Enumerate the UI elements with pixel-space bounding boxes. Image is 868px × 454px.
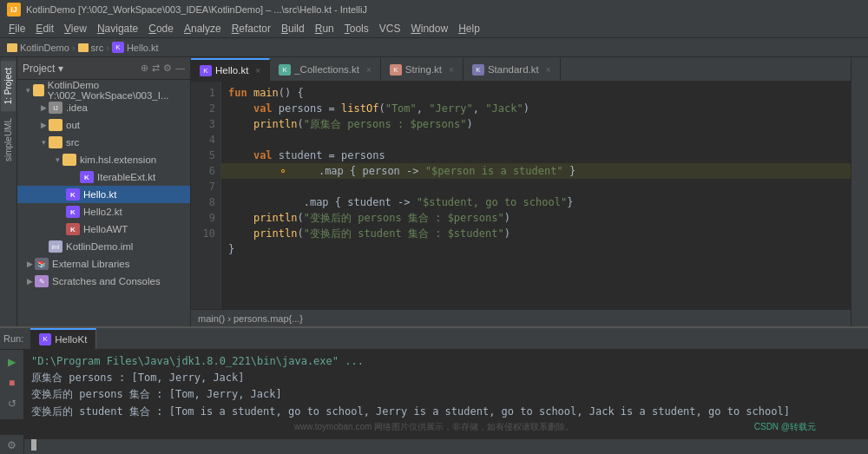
folder-icon: [7, 43, 17, 52]
tab-close-standard[interactable]: ×: [546, 65, 551, 75]
tab-label: Hello.kt: [215, 65, 248, 76]
tree-item-extlibs[interactable]: ▶ 📚 External Libraries: [17, 255, 190, 273]
menu-help[interactable]: Help: [453, 21, 485, 36]
tree-icon-kotlin: K: [80, 171, 94, 183]
menu-view[interactable]: View: [59, 21, 92, 36]
tree-label: Scratches and Consoles: [52, 276, 161, 286]
settings-button[interactable]: ⚙: [3, 437, 21, 454]
tree-item-idea[interactable]: ▶ IJ .idea: [17, 99, 190, 116]
left-sidebar-tabs: 1: Project simpleUML: [0, 57, 17, 326]
menu-refactor[interactable]: Refactor: [227, 21, 276, 36]
console-output: "D:\Program Files\Java\jdk1.8.0_221\bin\…: [24, 350, 868, 454]
console-line-cmd: "D:\Program Files\Java\jdk1.8.0_221\bin\…: [31, 353, 861, 370]
menu-vcs[interactable]: VCS: [374, 21, 406, 36]
bottom-tabs: Run: K HelloKt: [0, 328, 868, 350]
scroll-down-button[interactable]: ↓: [3, 416, 21, 433]
editor-area: K Hello.kt × K _Collections.kt × K Strin…: [191, 57, 851, 326]
breadcrumb-sep2: ›: [106, 43, 109, 53]
bottom-tab-hellokт[interactable]: K HelloKt: [30, 328, 96, 349]
project-icon-sync[interactable]: ⇄: [152, 63, 160, 74]
menu-run[interactable]: Run: [310, 21, 339, 36]
editor-tab-standard[interactable]: K Standard.kt ×: [464, 58, 561, 81]
tree-item-hello[interactable]: K Hello.kt: [17, 186, 190, 203]
tab-icon-collections: K: [279, 64, 291, 76]
project-panel: Project ▾ ⊕ ⇄ ⚙ — ▾ KotlinDemo Y:\002_Wo…: [17, 57, 191, 326]
tree-item-kotlindemo[interactable]: ▾ KotlinDemo Y:\002_WorkSpace\003_I...: [17, 82, 190, 99]
tree-icon-kotlin: K: [66, 206, 80, 218]
rerun-button[interactable]: ↺: [3, 395, 21, 412]
breadcrumb-item-src[interactable]: src: [78, 43, 104, 53]
project-icon-gear[interactable]: ⚙: [163, 63, 172, 74]
breadcrumb-file: Hello.kt: [127, 43, 159, 53]
menu-edit[interactable]: Edit: [30, 21, 59, 36]
stop-button[interactable]: ■: [3, 374, 21, 391]
console-line-2: 变换后的 persons 集合 : [Tom, Jerry, Jack]: [31, 386, 861, 403]
project-icon-add[interactable]: ⊕: [141, 63, 148, 74]
breadcrumb-item-file[interactable]: K Hello.kt: [112, 42, 159, 53]
tree-label: Hello2.kt: [83, 207, 122, 217]
bottom-sidebar: ▶ ■ ↺ ↓ ⚙ ✕: [0, 350, 24, 454]
tree-label: src: [66, 137, 79, 148]
tree-item-out[interactable]: ▶ out: [17, 116, 190, 134]
tab-close-hello[interactable]: ×: [255, 66, 260, 76]
console-line-1: 原集合 persons : [Tom, Jerry, Jack]: [31, 370, 861, 386]
tree-item-src[interactable]: ▾ src: [17, 134, 190, 151]
tree-item-iterableext[interactable]: K IterableExt.kt: [17, 168, 190, 186]
tree-arrow: ▾: [52, 155, 62, 164]
tab-icon-string: K: [390, 64, 402, 76]
menu-code[interactable]: Code: [143, 21, 179, 36]
tree-arrow: ▶: [38, 103, 49, 112]
tab-close-string[interactable]: ×: [449, 65, 454, 75]
tree-item-hello2[interactable]: K Hello2.kt: [17, 203, 190, 220]
tree-label: KotlinDemo.iml: [66, 241, 133, 252]
tree-icon-folder: [33, 84, 44, 96]
menubar: File Edit View Navigate Code Analyze Ref…: [0, 19, 868, 38]
tree-icon-folder: [62, 154, 76, 166]
menu-build[interactable]: Build: [276, 21, 310, 36]
tree-item-helloawt[interactable]: K HelloAWT: [17, 220, 190, 238]
run-button[interactable]: ▶: [3, 353, 21, 371]
tab-label: String.kt: [405, 64, 442, 75]
menu-navigate[interactable]: Navigate: [92, 21, 143, 36]
tab-close-collections[interactable]: ×: [366, 65, 372, 75]
tree-icon-iml: iml: [49, 240, 62, 253]
breadcrumb-item-project[interactable]: KotlinDemo: [7, 43, 69, 53]
run-label: Run:: [3, 333, 23, 344]
menu-window[interactable]: Window: [405, 21, 453, 36]
tab-label: Standard.kt: [488, 64, 539, 75]
sidebar-tab-simpleuml[interactable]: simpleUML: [1, 111, 16, 168]
console-line-exit: Process finished with exit code 0: [31, 420, 861, 437]
project-icon-minimize[interactable]: —: [175, 63, 185, 74]
tree-item-extension[interactable]: ▾ kim.hsl.extension: [17, 151, 190, 168]
right-sidebar-tabs: [851, 57, 868, 326]
tab-label: _Collections.kt: [294, 64, 359, 75]
app-icon: IJ: [7, 3, 21, 16]
console-cursor-line: [31, 437, 861, 453]
tree-arrow: ▶: [38, 121, 49, 129]
breadcrumb-bar: KotlinDemo › src › K Hello.kt: [0, 38, 868, 57]
project-panel-title: Project ▾: [23, 63, 141, 75]
menu-analyze[interactable]: Analyze: [179, 21, 227, 36]
tree-icon-folder: [49, 136, 62, 148]
menu-file[interactable]: File: [3, 21, 30, 36]
tree-item-scratches[interactable]: ▶ ✎ Scratches and Consoles: [17, 273, 190, 290]
breadcrumb-src: src: [91, 43, 104, 53]
project-panel-icons: ⊕ ⇄ ⚙ —: [141, 63, 185, 74]
tree-icon-folder: [49, 119, 62, 131]
bottom-panel: Run: K HelloKt ▶ ■ ↺ ↓ ⚙ ✕ "D:\Program F…: [0, 326, 868, 439]
console-line-3: 变换后的 student 集合 : [Tom is a student, go …: [31, 404, 861, 420]
tree-icon-idea: IJ: [49, 102, 62, 114]
tree-icon-extlib: 📚: [35, 258, 49, 270]
tree-icon-scratch: ✎: [35, 275, 49, 287]
editor-tab-collections[interactable]: K _Collections.kt ×: [270, 58, 381, 81]
tree-item-iml[interactable]: iml KotlinDemo.iml: [17, 238, 190, 255]
menu-tools[interactable]: Tools: [339, 21, 374, 36]
tree-label: External Libraries: [52, 259, 129, 269]
breadcrumb-sep1: ›: [72, 43, 76, 53]
editor-tab-string[interactable]: K String.kt ×: [381, 58, 464, 81]
tree-label: HelloAWT: [83, 224, 128, 234]
project-tree: ▾ KotlinDemo Y:\002_WorkSpace\003_I... ▶…: [17, 80, 190, 326]
code-editor[interactable]: fun main() { val persons = listOf("Tom",…: [221, 82, 851, 309]
sidebar-tab-project[interactable]: 1: Project: [1, 61, 16, 111]
editor-tab-hello[interactable]: K Hello.kt ×: [191, 58, 270, 81]
